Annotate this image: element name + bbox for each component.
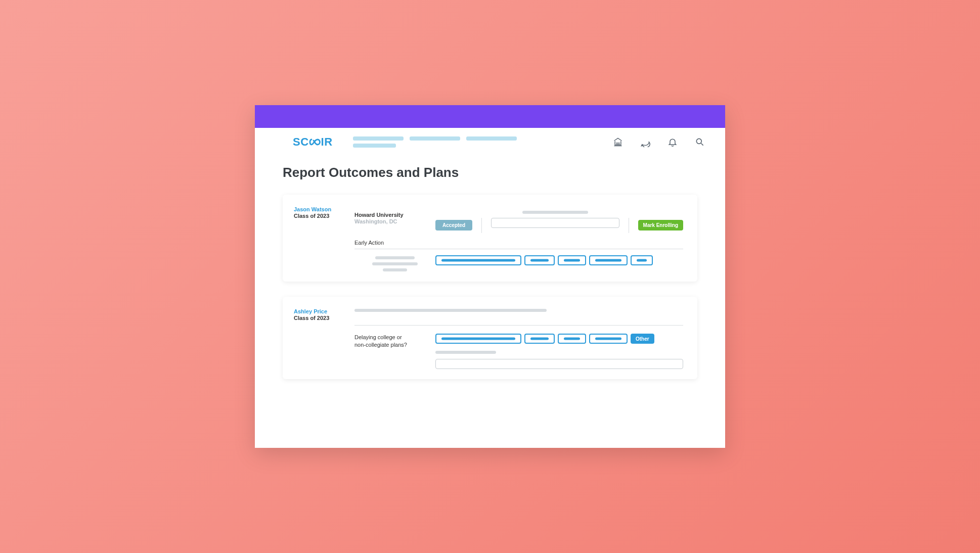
other-details-section	[435, 351, 683, 369]
page-title: Report Outcomes and Plans	[283, 165, 697, 180]
field-label-placeholder	[435, 351, 496, 354]
student-class-label: Class of 2023	[294, 213, 354, 219]
plan-option-button[interactable]	[589, 334, 628, 344]
plan-option-button[interactable]	[524, 255, 555, 265]
prompt-placeholder-group	[354, 255, 435, 271]
nav-link-placeholder[interactable]	[466, 136, 517, 141]
plan-option-button[interactable]	[435, 255, 521, 265]
institution-icon[interactable]	[613, 137, 623, 147]
application-type: Early Action	[354, 240, 435, 246]
logo[interactable]: SC IR	[293, 135, 333, 149]
delay-prompt: Delaying college or non-collegiate plans…	[354, 334, 435, 369]
chat-icon[interactable]	[640, 137, 650, 147]
university-info: Howard University Washington, DC Early A…	[354, 206, 435, 246]
student-card: Ashley Price Class of 2023 Delaying coll…	[283, 297, 697, 379]
placeholder-bar	[375, 256, 415, 259]
delay-prompt-line2: non-collegiate plans?	[354, 341, 435, 348]
divider	[354, 249, 683, 249]
plan-option-button[interactable]	[589, 255, 628, 265]
plan-options-row	[435, 255, 683, 265]
student-name-link[interactable]: Jason Watson	[294, 206, 354, 213]
nav-link-placeholder[interactable]	[410, 136, 460, 141]
nav-header: SC IR	[255, 128, 725, 156]
student-name-link[interactable]: Ashley Price	[294, 308, 354, 315]
student-info: Ashley Price Class of 2023	[294, 308, 354, 321]
delay-prompt-line1: Delaying college or	[354, 334, 435, 341]
top-accent-bar	[255, 105, 725, 128]
field-label-placeholder	[522, 211, 588, 214]
plan-option-button[interactable]	[558, 334, 586, 344]
svg-point-0	[696, 139, 701, 144]
search-icon[interactable]	[695, 137, 705, 147]
university-name: Howard University	[354, 212, 435, 218]
student-card: Jason Watson Class of 2023 Howard Univer…	[283, 195, 697, 282]
notes-column	[482, 206, 629, 228]
nav-link-placeholder[interactable]	[353, 144, 396, 148]
bell-icon[interactable]	[667, 137, 678, 147]
plan-option-button[interactable]	[524, 334, 555, 344]
page-content: Report Outcomes and Plans Jason Watson C…	[255, 156, 725, 409]
nav-icons-group	[613, 137, 705, 147]
student-class-label: Class of 2023	[294, 315, 354, 321]
plan-option-button[interactable]	[435, 334, 521, 344]
plan-option-other-button[interactable]: Other	[631, 334, 654, 344]
divider	[354, 325, 683, 326]
mark-enrolling-button[interactable]: Mark Enrolling	[638, 220, 683, 231]
placeholder-bar	[372, 262, 418, 265]
notes-input[interactable]	[491, 218, 619, 228]
status-badge-accepted: Accepted	[435, 220, 472, 231]
university-location: Washington, DC	[354, 218, 435, 224]
placeholder-bar	[354, 309, 547, 312]
plan-option-button[interactable]	[631, 255, 653, 265]
logo-infinity-icon	[308, 139, 322, 146]
nav-link-placeholder[interactable]	[353, 136, 404, 141]
plan-option-button[interactable]	[558, 255, 586, 265]
other-details-input[interactable]	[435, 359, 683, 369]
student-info: Jason Watson Class of 2023	[294, 206, 354, 219]
nav-links-placeholder-group	[353, 136, 517, 148]
logo-text-right: IR	[321, 135, 333, 149]
logo-text-left: SC	[293, 135, 309, 149]
app-window: SC IR	[255, 105, 725, 448]
placeholder-bar	[383, 268, 407, 271]
summary-placeholder	[354, 308, 547, 312]
plan-options-row: Other	[435, 334, 683, 344]
